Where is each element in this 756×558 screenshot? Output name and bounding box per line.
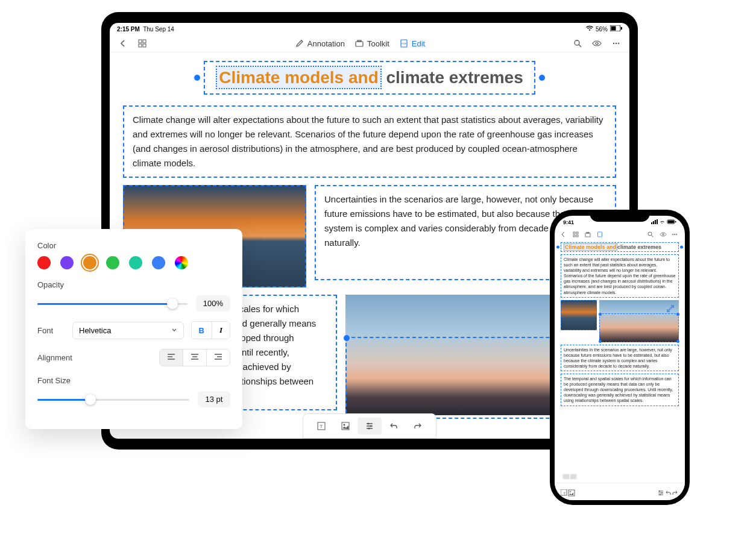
svg-point-38 — [663, 234, 664, 236]
redo-button[interactable] — [406, 418, 430, 434]
title-selected-text[interactable]: Climate models and — [216, 66, 382, 89]
more-icon[interactable] — [611, 39, 621, 48]
grid-icon[interactable] — [137, 39, 147, 48]
phone-title-selected[interactable]: Climate models and — [564, 243, 617, 251]
tab-toolkit[interactable]: Toolkit — [354, 39, 389, 48]
svg-rect-24 — [653, 221, 654, 224]
tab-toolkit-label: Toolkit — [367, 39, 389, 48]
paragraph-1[interactable]: Climate change will alter expectations a… — [123, 105, 616, 178]
svg-point-45 — [570, 491, 571, 492]
svg-rect-32 — [573, 235, 575, 237]
color-red[interactable] — [37, 256, 51, 269]
phone-toolbar — [555, 227, 685, 239]
phone-status-time: 9:41 — [563, 219, 574, 225]
bold-button[interactable]: B — [192, 322, 212, 339]
status-date: Thu Sep 14 — [143, 26, 174, 33]
fontsize-slider[interactable] — [37, 398, 189, 401]
tab-edit[interactable]: PDF Edit — [399, 39, 425, 48]
align-left-button[interactable] — [160, 350, 183, 366]
fontsize-value: 13 pt — [198, 391, 230, 407]
sliders-tool-button[interactable] — [358, 418, 382, 434]
color-label: Color — [37, 241, 230, 250]
title-block[interactable]: Climate models and climate extremes — [204, 61, 535, 95]
phone-status-icons — [651, 219, 676, 225]
phone-document: Climate models andclimate extremes Clima… — [555, 239, 685, 412]
phone-back-icon[interactable] — [561, 229, 568, 236]
svg-rect-5 — [139, 44, 142, 47]
align-right-button[interactable] — [207, 350, 230, 366]
phone-image-sunset[interactable] — [561, 300, 597, 330]
svg-point-48 — [660, 494, 661, 495]
selection-handle[interactable] — [599, 340, 602, 343]
svg-rect-44 — [569, 490, 575, 496]
phone-undo[interactable] — [664, 488, 672, 495]
phone-image-clouds[interactable] — [599, 300, 679, 342]
back-icon[interactable] — [118, 39, 128, 48]
fontsize-label: Font Size — [37, 376, 230, 385]
phone-mini-toolbar — [562, 474, 578, 480]
svg-point-14 — [616, 43, 617, 44]
color-green[interactable] — [106, 256, 119, 269]
svg-point-12 — [596, 42, 598, 45]
svg-point-19 — [344, 424, 345, 426]
italic-button[interactable]: I — [212, 322, 230, 339]
color-orange[interactable] — [83, 256, 96, 269]
phone-para-3[interactable]: The temporal and spatial scales for whic… — [561, 374, 679, 406]
briefcase-icon — [354, 39, 364, 48]
tab-annotation[interactable]: Annotation — [295, 39, 345, 48]
search-icon[interactable] — [573, 39, 582, 48]
phone-pdf-icon[interactable] — [597, 229, 604, 236]
align-center-button[interactable] — [183, 350, 207, 366]
battery-label: 56% — [596, 26, 608, 33]
color-purple[interactable] — [60, 256, 74, 269]
selection-handle[interactable] — [599, 313, 602, 316]
phone-title-rest[interactable]: climate extremes — [617, 244, 661, 250]
text-tool-button[interactable]: T — [309, 418, 333, 434]
phone-grid-icon[interactable] — [573, 229, 580, 236]
phone-frame: 9:41 Climate models andclimate extremes … — [550, 210, 690, 505]
undo-button[interactable] — [382, 418, 406, 434]
phone-para-1[interactable]: Climate change will alter expectations a… — [561, 254, 679, 298]
svg-point-40 — [674, 234, 675, 235]
selection-handle[interactable] — [676, 340, 679, 343]
tab-annotation-label: Annotation — [307, 39, 345, 48]
svg-point-47 — [661, 492, 663, 494]
selection-handle[interactable] — [676, 313, 679, 316]
svg-rect-36 — [598, 232, 602, 237]
selection-handle[interactable] — [344, 335, 350, 341]
tab-edit-label: Edit — [412, 39, 425, 48]
phone-search-icon[interactable] — [647, 229, 655, 236]
phone-eye-icon[interactable] — [660, 229, 667, 236]
phone-title-block[interactable]: Climate models andclimate extremes — [561, 242, 679, 252]
color-teal[interactable] — [129, 256, 142, 269]
font-select[interactable]: Helvetica — [72, 322, 184, 339]
phone-notch — [590, 210, 650, 222]
phone-text-tool[interactable]: T — [561, 488, 568, 495]
svg-rect-34 — [585, 233, 590, 237]
phone-sliders-tool[interactable] — [657, 488, 664, 495]
phone-redo[interactable] — [672, 488, 679, 495]
svg-point-46 — [659, 491, 660, 492]
phone-resize-arrow-icon — [666, 304, 675, 313]
phone-selection-box[interactable] — [599, 313, 679, 342]
svg-point-11 — [575, 40, 579, 45]
status-bar: 2:15 PM Thu Sep 14 56% — [110, 23, 629, 35]
title-rest-text[interactable]: climate extremes — [382, 68, 523, 87]
svg-rect-25 — [655, 220, 656, 224]
app-toolbar: Annotation Toolkit PDF Edit — [110, 35, 629, 52]
svg-rect-26 — [657, 219, 658, 224]
svg-rect-33 — [576, 235, 578, 237]
svg-point-15 — [618, 43, 619, 44]
opacity-slider[interactable] — [37, 302, 187, 306]
battery-icon — [610, 25, 622, 33]
svg-point-13 — [613, 43, 614, 44]
svg-rect-35 — [587, 233, 589, 234]
image-tool-button[interactable] — [333, 418, 358, 434]
phone-more-icon[interactable] — [672, 229, 679, 236]
color-picker[interactable] — [175, 256, 188, 269]
phone-image-tool[interactable] — [568, 488, 575, 495]
color-blue[interactable] — [152, 256, 165, 269]
phone-briefcase-icon[interactable] — [585, 229, 592, 236]
phone-para-2[interactable]: Uncertainties in the scenarios are large… — [561, 345, 679, 371]
eye-icon[interactable] — [592, 39, 602, 48]
